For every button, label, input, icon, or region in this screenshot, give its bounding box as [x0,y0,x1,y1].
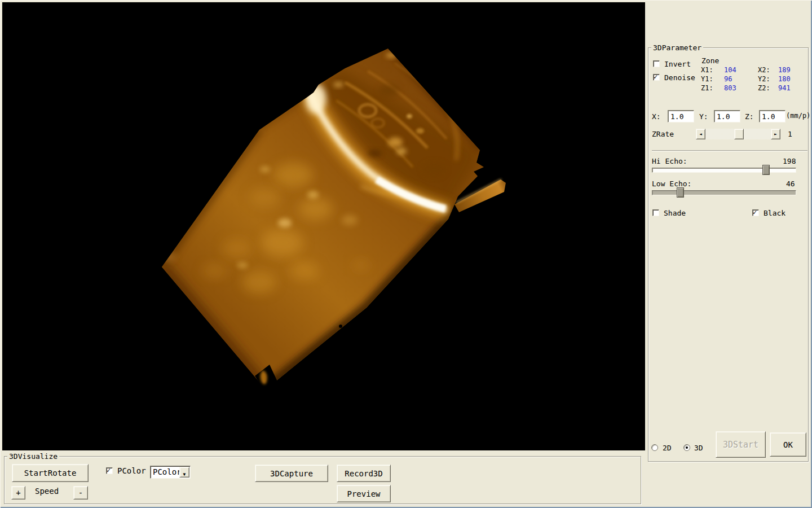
capture-3d-button[interactable]: 3DCapture [255,465,328,482]
black-label: Black [764,209,785,217]
scale-unit-label: (mm/p) [786,112,810,120]
zone-y1-value: 96 [724,75,732,84]
zrate-left-arrow-button[interactable]: ◄ [696,129,705,139]
zrate-value: 1 [788,130,792,138]
start-rotate-button[interactable]: StartRotate [12,464,89,482]
chevron-down-icon: ▼ [183,472,186,477]
view-2d-label: 2D [663,444,672,452]
view-2d-radio[interactable] [651,444,658,451]
application-window: 3DParameter Invert ✓ Denoise Zone X1: 10… [0,0,812,508]
low-echo-label: Low Echo: [652,179,691,188]
speed-minus-button[interactable]: - [73,486,88,500]
arrow-right-icon: ► [774,132,777,137]
zone-z2-label: Z2: [758,84,770,93]
denoise-checkbox[interactable]: ✓ [653,74,660,81]
pcolor-combo-value: PColor [153,467,182,476]
black-checkbox[interactable]: ✓ [752,209,759,216]
record-3d-button[interactable]: Record3D [337,465,391,482]
low-echo-track[interactable] [652,190,796,195]
visualize-group-title: 3DVisualize [7,452,59,461]
zrate-label: ZRate [652,130,674,138]
denoise-label: Denoise [664,73,695,82]
zone-z1-value: 803 [724,84,736,93]
zone-x2-label: X2: [758,66,770,75]
zrate-thumb[interactable] [734,129,744,139]
hi-echo-value: 198 [783,157,796,165]
pcolor-combobox[interactable]: PColor ▼ [150,466,191,479]
zone-z2-value: 941 [778,84,791,93]
shade-label: Shade [664,209,686,217]
separator-line [652,150,807,151]
zone-y2-value: 180 [778,75,791,84]
checkmark-icon: ✓ [753,208,757,216]
z-scale-label: Z: [745,112,754,121]
zone-z1-label: Z1: [701,84,713,93]
shade-checkbox[interactable] [652,209,659,216]
render-viewport[interactable] [2,2,645,450]
hi-echo-slider[interactable] [652,165,796,175]
parameter-group-title: 3DParameter [651,43,703,52]
low-echo-slider[interactable] [652,187,796,198]
zone-x2-value: 189 [778,66,791,75]
speed-plus-button[interactable]: + [11,486,25,500]
preview-button[interactable]: Preview [337,485,391,502]
invert-checkbox[interactable] [653,60,660,67]
zone-x1-value: 104 [724,66,736,75]
speed-label: Speed [35,487,59,496]
zone-y1-label: Y1: [701,75,713,84]
hi-echo-track[interactable] [652,168,796,173]
view-3d-label: 3D [694,444,703,452]
checkmark-icon: ✓ [107,466,111,474]
y-scale-label: Y: [699,112,708,121]
y-scale-input[interactable] [714,110,740,122]
hi-echo-thumb[interactable] [762,165,770,175]
pcolor-label: PColor [117,467,146,475]
zrate-scrollbar[interactable]: ◄ ► [696,129,780,139]
x-scale-label: X: [652,112,661,121]
x-scale-input[interactable] [668,110,694,122]
zone-x1-label: X1: [701,66,713,75]
arrow-left-icon: ◄ [699,132,702,137]
low-echo-value: 46 [786,179,795,188]
pcolor-combo-dropdown-button[interactable]: ▼ [179,467,189,478]
pcolor-checkbox[interactable]: ✓ [106,467,113,474]
view-3d-radio[interactable] [683,444,690,451]
start3d-button[interactable]: 3DStart [716,431,766,458]
radio-dot-icon [686,446,688,449]
low-echo-thumb[interactable] [677,187,684,198]
z-scale-input[interactable] [759,110,785,122]
invert-label: Invert [664,60,691,68]
checkmark-icon: ✓ [654,73,657,81]
zrate-right-arrow-button[interactable]: ► [771,129,780,139]
ultrasound-volume [2,2,645,450]
zone-title: Zone [701,56,719,65]
ok-button[interactable]: OK [770,432,806,457]
zone-y2-label: Y2: [758,75,770,84]
hi-echo-label: Hi Echo: [652,157,687,165]
